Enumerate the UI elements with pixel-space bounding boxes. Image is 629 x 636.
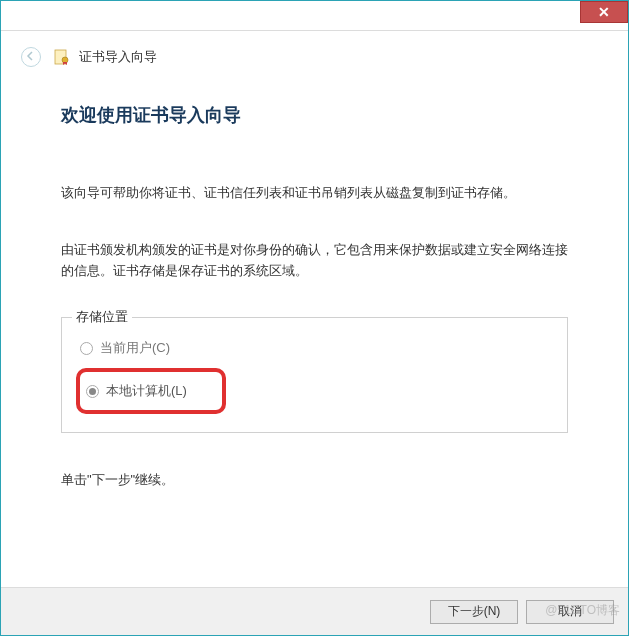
page-heading: 欢迎使用证书导入向导 (61, 103, 568, 127)
cancel-button[interactable]: 取消 (526, 600, 614, 624)
window-title: 证书导入向导 (79, 48, 157, 66)
close-button[interactable]: ✕ (580, 1, 628, 23)
continue-hint: 单击"下一步"继续。 (61, 471, 568, 489)
storage-legend: 存储位置 (72, 308, 132, 326)
cancel-button-label: 取消 (558, 603, 582, 620)
intro-paragraph-1: 该向导可帮助你将证书、证书信任列表和证书吊销列表从磁盘复制到证书存储。 (61, 183, 568, 204)
radio-icon (80, 342, 93, 355)
next-button-label: 下一步(N) (448, 603, 501, 620)
radio-label-current-user: 当前用户(C) (100, 339, 170, 357)
header-row: 证书导入向导 (1, 31, 628, 73)
back-arrow-icon (26, 50, 36, 64)
radio-local-machine[interactable]: 本地计算机(L) (82, 375, 220, 407)
content-area: 欢迎使用证书导入向导 该向导可帮助你将证书、证书信任列表和证书吊销列表从磁盘复制… (1, 73, 628, 585)
back-button[interactable] (21, 47, 41, 67)
radio-label-local-machine: 本地计算机(L) (106, 382, 187, 400)
radio-icon (86, 385, 99, 398)
close-icon: ✕ (598, 4, 610, 20)
certificate-icon (53, 48, 71, 66)
radio-current-user[interactable]: 当前用户(C) (76, 332, 553, 364)
intro-paragraph-2: 由证书颁发机构颁发的证书是对你身份的确认，它包含用来保护数据或建立安全网络连接的… (61, 240, 568, 282)
highlight-annotation: 本地计算机(L) (76, 368, 226, 414)
titlebar: ✕ (1, 1, 628, 31)
wizard-window: ✕ 证书导入向导 欢迎使用证书导入向导 该向导可帮助你将证书、证书信任列表和证书… (0, 0, 629, 636)
button-bar: 下一步(N) 取消 (1, 587, 628, 635)
storage-location-group: 存储位置 当前用户(C) 本地计算机(L) (61, 317, 568, 433)
storage-fieldset: 存储位置 当前用户(C) 本地计算机(L) (61, 317, 568, 433)
next-button[interactable]: 下一步(N) (430, 600, 518, 624)
